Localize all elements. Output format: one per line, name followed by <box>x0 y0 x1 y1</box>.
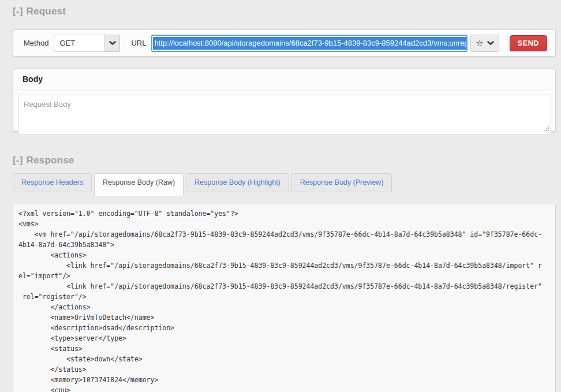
url-selected-text: http://localhost:8080/api/storagedomains… <box>153 37 468 50</box>
response-tabs: Response Headers Response Body (Raw) Res… <box>13 173 556 192</box>
response-section-heading: [-]Response <box>13 154 556 167</box>
request-form-panel: Method GET URL http://localhost:8080/api… <box>13 29 556 57</box>
request-body-panel: Body Request Body <box>13 68 556 132</box>
response-body-panel: <?xml version="1.0" encoding="UTF-8" sta… <box>13 204 556 392</box>
url-label: URL <box>131 39 146 47</box>
response-body-raw-text: <?xml version="1.0" encoding="UTF-8" sta… <box>18 208 551 392</box>
chevron-down-icon <box>487 39 494 47</box>
chevron-down-icon <box>109 39 116 47</box>
method-select-group: GET <box>54 35 120 52</box>
tab-response-headers[interactable]: Response Headers <box>13 173 92 192</box>
method-dropdown-button[interactable] <box>104 35 120 52</box>
response-collapse-toggle[interactable]: [-] <box>13 155 23 166</box>
url-input[interactable]: http://localhost:8080/api/storagedomains… <box>151 35 468 52</box>
tab-response-body-highlight[interactable]: Response Body (Highlight) <box>186 173 289 192</box>
request-section-title: Request <box>27 6 66 17</box>
method-input[interactable]: GET <box>54 35 105 52</box>
request-body-placeholder: Request Body <box>24 100 71 109</box>
body-panel-divider <box>13 89 555 89</box>
send-button[interactable]: SEND <box>510 35 547 51</box>
resize-grip-icon[interactable] <box>543 125 549 133</box>
method-label: Method <box>24 39 48 47</box>
favorites-dropdown-button[interactable]: ☆ <box>470 35 499 52</box>
body-panel-title: Body <box>13 74 555 89</box>
response-section-title: Response <box>27 155 74 166</box>
tab-response-body-raw[interactable]: Response Body (Raw) <box>94 173 184 196</box>
request-body-textarea[interactable]: Request Body <box>18 95 551 135</box>
tab-response-body-preview[interactable]: Response Body (Preview) <box>291 173 392 192</box>
star-icon: ☆ <box>476 39 483 47</box>
request-section-heading: [-]Request <box>13 5 556 18</box>
rest-client-page: [-]Request Method GET URL http://localho… <box>0 0 561 392</box>
request-collapse-toggle[interactable]: [-] <box>13 6 23 17</box>
